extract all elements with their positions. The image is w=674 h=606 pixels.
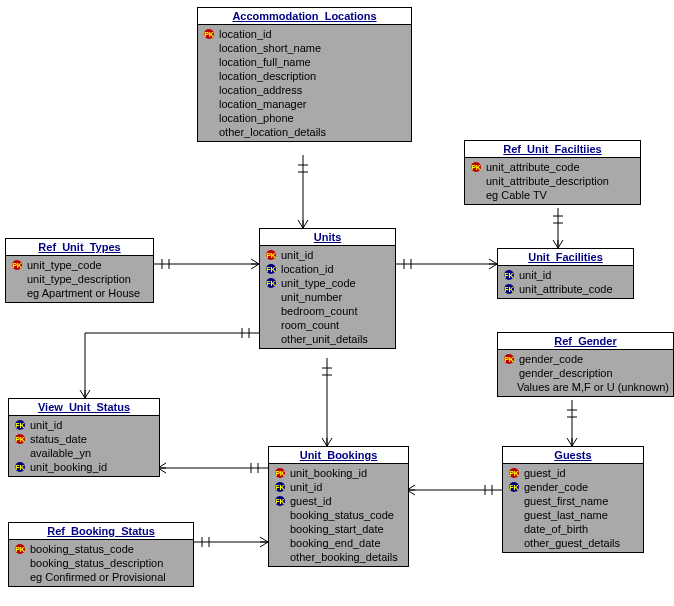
pk-key-icon: PK <box>13 543 27 555</box>
entity-ref-gender: Ref_Gender PKgender_codegender_descripti… <box>497 332 674 397</box>
attr-name: eg Cable TV <box>486 189 547 201</box>
svg-text:PK: PK <box>504 356 514 363</box>
svg-text:PK: PK <box>275 470 285 477</box>
attr-name: status_date <box>30 433 87 445</box>
svg-text:FK: FK <box>15 422 24 429</box>
attr-name: other_unit_details <box>281 333 368 345</box>
attr-name: booking_status_code <box>290 509 394 521</box>
svg-text:PK: PK <box>471 164 481 171</box>
attr-row: PKunit_attribute_code <box>465 160 640 174</box>
attr-row: FKunit_type_code <box>260 276 395 290</box>
svg-text:FK: FK <box>266 280 275 287</box>
entity-title: Ref_Gender <box>498 333 673 350</box>
key-spacer <box>202 112 216 124</box>
attr-row: location_full_name <box>198 55 411 69</box>
attr-row: FKgender_code <box>503 480 643 494</box>
attr-name: eg Apartment or House <box>27 287 140 299</box>
pk-key-icon: PK <box>264 249 278 261</box>
attr-name: Values are M,F or U (unknown) <box>517 381 669 393</box>
entity-unit-facilities: Unit_Facilities FKunit_idFKunit_attribut… <box>497 248 634 299</box>
entity-attrs: PKunit_booking_idFKunit_idFKguest_idbook… <box>269 464 408 566</box>
attr-row: other_unit_details <box>260 332 395 346</box>
attr-name: guest_id <box>524 467 566 479</box>
attr-name: booking_status_code <box>30 543 134 555</box>
attr-row: booking_start_date <box>269 522 408 536</box>
attr-row: FKlocation_id <box>260 262 395 276</box>
pk-key-icon: PK <box>273 467 287 479</box>
key-spacer <box>469 175 483 187</box>
attr-name: unit_attribute_code <box>519 283 613 295</box>
fk-key-icon: FK <box>273 495 287 507</box>
attr-row: PKunit_id <box>260 248 395 262</box>
entity-view-unit-status: View_Unit_Status FKunit_idPKstatus_datea… <box>8 398 160 477</box>
key-spacer <box>507 495 521 507</box>
key-spacer <box>469 189 483 201</box>
attr-row: booking_end_date <box>269 536 408 550</box>
entity-title: Ref_Unit_Faciltiies <box>465 141 640 158</box>
attr-name: location_phone <box>219 112 294 124</box>
key-spacer <box>502 367 516 379</box>
fk-key-icon: FK <box>13 461 27 473</box>
entity-guests: Guests PKguest_idFKgender_codeguest_firs… <box>502 446 644 553</box>
attr-row: eg Confirmed or Provisional <box>9 570 193 584</box>
entity-attrs: PKbooking_status_codebooking_status_desc… <box>9 540 193 586</box>
attr-row: eg Apartment or House <box>6 286 153 300</box>
entity-title: Units <box>260 229 395 246</box>
key-spacer <box>273 551 287 563</box>
entity-ref-unit-types: Ref_Unit_Types PKunit_type_codeunit_type… <box>5 238 154 303</box>
attr-row: room_count <box>260 318 395 332</box>
attr-row: other_guest_details <box>503 536 643 550</box>
key-spacer <box>10 287 24 299</box>
attr-name: location_description <box>219 70 316 82</box>
attr-row: guest_last_name <box>503 508 643 522</box>
attr-name: unit_id <box>290 481 322 493</box>
key-spacer <box>13 447 27 459</box>
entity-attrs: PKunit_attribute_codeunit_attribute_desc… <box>465 158 640 204</box>
attr-name: guest_first_name <box>524 495 608 507</box>
attr-row: FKunit_id <box>269 480 408 494</box>
entity-title: View_Unit_Status <box>9 399 159 416</box>
attr-row: PKstatus_date <box>9 432 159 446</box>
key-spacer <box>202 70 216 82</box>
attr-row: date_of_birth <box>503 522 643 536</box>
key-spacer <box>273 523 287 535</box>
attr-row: PKguest_id <box>503 466 643 480</box>
fk-key-icon: FK <box>273 481 287 493</box>
svg-text:PK: PK <box>266 252 276 259</box>
entity-title: Accommodation_Locations <box>198 8 411 25</box>
entity-title: Ref_Booking_Status <box>9 523 193 540</box>
attr-name: available_yn <box>30 447 91 459</box>
key-spacer <box>202 84 216 96</box>
entity-attrs: PKunit_type_codeunit_type_descriptioneg … <box>6 256 153 302</box>
attr-name: location_short_name <box>219 42 321 54</box>
attr-name: booking_status_description <box>30 557 163 569</box>
svg-text:FK: FK <box>275 498 284 505</box>
attr-name: unit_type_code <box>281 277 356 289</box>
attr-row: unit_number <box>260 290 395 304</box>
key-spacer <box>507 509 521 521</box>
fk-key-icon: FK <box>502 283 516 295</box>
key-spacer <box>264 305 278 317</box>
entity-title: Unit_Facilities <box>498 249 633 266</box>
pk-key-icon: PK <box>202 28 216 40</box>
svg-text:PK: PK <box>15 436 25 443</box>
fk-key-icon: FK <box>502 269 516 281</box>
attr-name: location_address <box>219 84 302 96</box>
attr-row: other_location_details <box>198 125 411 139</box>
entity-title: Unit_Bookings <box>269 447 408 464</box>
attr-name: unit_booking_id <box>290 467 367 479</box>
key-spacer <box>264 291 278 303</box>
attr-row: FKunit_id <box>498 268 633 282</box>
attr-name: location_id <box>219 28 272 40</box>
attr-name: location_id <box>281 263 334 275</box>
attr-name: guest_id <box>290 495 332 507</box>
attr-row: PKlocation_id <box>198 27 411 41</box>
svg-text:FK: FK <box>504 272 513 279</box>
entity-attrs: PKlocation_idlocation_short_namelocation… <box>198 25 411 141</box>
attr-name: gender_code <box>524 481 588 493</box>
fk-key-icon: FK <box>264 277 278 289</box>
key-spacer <box>507 523 521 535</box>
attr-name: other_guest_details <box>524 537 620 549</box>
key-spacer <box>273 537 287 549</box>
key-spacer <box>264 319 278 331</box>
